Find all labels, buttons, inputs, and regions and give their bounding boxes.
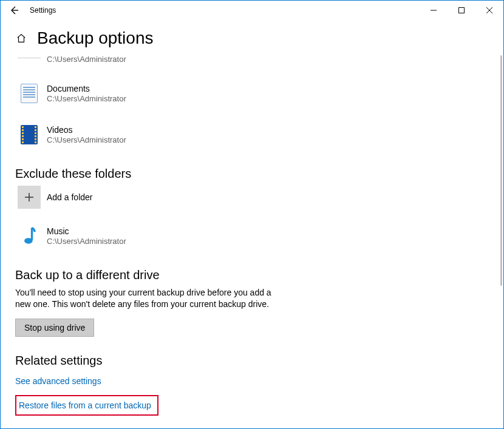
folder-item-name: Documents	[47, 84, 126, 93]
svg-point-1	[24, 238, 33, 244]
folder-item-videos[interactable]: Videos C:\Users\Administrator	[18, 120, 489, 150]
folder-item-path: C:\Users\Administrator	[47, 237, 126, 246]
folder-item-documents[interactable]: Documents C:\Users\Administrator	[18, 78, 489, 109]
home-icon	[16, 33, 27, 44]
svg-rect-0	[459, 8, 465, 13]
add-folder-button[interactable]: Add a folder	[15, 186, 489, 209]
exclude-heading: Exclude these folders	[15, 167, 489, 181]
close-button[interactable]	[475, 1, 503, 20]
scrollbar-thumb[interactable]	[500, 55, 502, 286]
minimize-icon	[431, 7, 437, 13]
documents-icon	[21, 84, 38, 103]
related-settings-heading: Related settings	[15, 354, 489, 368]
videos-icon	[21, 125, 38, 144]
see-advanced-settings-link[interactable]: See advanced settings	[15, 376, 101, 386]
maximize-button[interactable]	[448, 1, 475, 20]
different-drive-heading: Back up to a different drive	[15, 268, 489, 282]
plus-icon	[24, 192, 34, 202]
restore-files-link[interactable]: Restore files from a current backup	[19, 400, 151, 410]
folder-item-path: C:\Users\Administrator	[47, 94, 126, 103]
folder-item-path: C:\Users\Administrator	[47, 135, 126, 144]
folder-icon-divider	[18, 58, 41, 62]
page-title: Backup options	[37, 29, 153, 48]
exclude-item-music[interactable]: Music C:\Users\Administrator	[18, 221, 489, 251]
restore-link-highlight: Restore files from a current backup	[15, 395, 158, 416]
folder-item-name: Music	[47, 226, 126, 236]
arrow-left-icon	[9, 5, 19, 15]
folder-item-name: Videos	[47, 125, 126, 135]
add-folder-label: Add a folder	[47, 192, 93, 202]
stop-using-drive-button[interactable]: Stop using drive	[15, 319, 94, 337]
window-title: Settings	[30, 6, 56, 15]
minimize-button[interactable]	[420, 1, 448, 20]
different-drive-desc: You'll need to stop using your current b…	[15, 287, 282, 310]
music-icon	[18, 225, 41, 248]
scrollbar[interactable]	[499, 55, 502, 424]
folder-item-partial[interactable]: C:\Users\Administrator	[18, 54, 489, 67]
back-button[interactable]	[1, 1, 27, 20]
close-icon	[486, 7, 492, 13]
maximize-icon	[458, 7, 465, 13]
folder-item-path: C:\Users\Administrator	[47, 55, 126, 64]
home-button[interactable]	[15, 32, 27, 44]
